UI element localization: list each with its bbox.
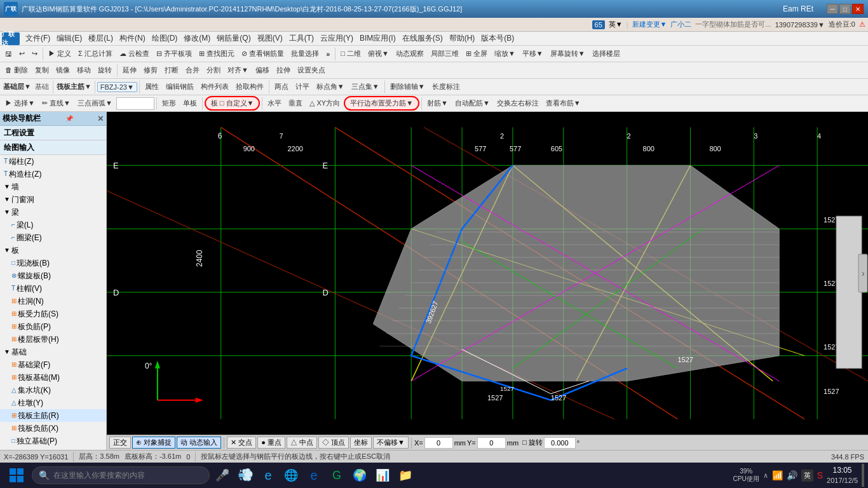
taskbar-item-explorer[interactable]: 💨 (235, 465, 255, 485)
phone-btn[interactable]: 13907298339▼ (775, 21, 825, 29)
tb-component-list-btn[interactable]: 构件列表 (198, 81, 232, 93)
sidebar-item-sump[interactable]: △ 集水坑(K) (0, 384, 106, 396)
tray-show-desktop[interactable] (862, 464, 864, 487)
taskbar-mic-icon[interactable]: 🎤 (212, 465, 233, 485)
snap-vertex-btn[interactable]: ◇ 顶点 (318, 437, 349, 449)
tb-trim-btn[interactable]: 修剪 (140, 64, 161, 76)
tb-three-point-btn[interactable]: 三点集▼ (348, 81, 383, 93)
menu-floor[interactable]: 楼层(L) (85, 32, 116, 45)
sidebar-item-column-pier[interactable]: △ 柱墩(Y) (0, 396, 106, 409)
menu-view[interactable]: 视图(V) (254, 32, 286, 45)
sidebar-item-slab[interactable]: ▼ 板 (0, 244, 106, 257)
tb-two-point-btn[interactable]: 两点 (271, 81, 292, 93)
tb-find-btn[interactable]: ⊞ 查找图元 (196, 48, 238, 60)
tb-ray-btn[interactable]: 射筋▼ (424, 97, 451, 109)
tb-stretch-btn[interactable]: 拉伸 (273, 64, 294, 76)
rotate-input[interactable] (544, 437, 576, 449)
tb-batch-btn[interactable]: 批量选择 (288, 48, 322, 60)
tb-edit-rebar-btn[interactable]: 编辑钢筋 (163, 81, 197, 93)
tb-del-aux-btn[interactable]: 删除辅轴▼ (387, 81, 428, 93)
tb-extend-btn[interactable]: 延伸 (119, 64, 140, 76)
sidebar-item-raft-main-rebar[interactable]: ⊞ 筏板主筋(R) (0, 409, 106, 422)
tb-mark-angle-btn[interactable]: 标点角▼ (313, 81, 348, 93)
tb-calc-level-btn[interactable]: 计平 (292, 81, 313, 93)
snap-coord-btn[interactable]: 坐标 (350, 437, 372, 449)
tb-floor-btn[interactable]: 选择楼层 (589, 48, 623, 60)
snap-endpoint-btn[interactable]: ● 重点 (257, 437, 285, 449)
taskbar-item-ie2[interactable]: e (304, 465, 324, 485)
taskbar-item-map[interactable]: G (327, 465, 347, 485)
tb-grip-btn[interactable]: 设置夹点 (294, 64, 329, 76)
snap-midpoint-btn[interactable]: △ 中点 (287, 437, 317, 449)
menu-online[interactable]: 在线服务(S) (399, 32, 446, 45)
tb-fullscreen-btn[interactable]: ⊞ 全屏 (463, 48, 491, 60)
tray-lang[interactable]: 英 (801, 470, 813, 482)
sidebar-item-project-settings[interactable]: 工程设置 (0, 126, 106, 140)
taskbar-item-chrome[interactable]: 🌐 (281, 465, 301, 485)
snap-ortho-btn[interactable]: 正交 (109, 437, 131, 449)
tb-level-btn[interactable]: ⊟ 齐平板项 (153, 48, 195, 60)
tb-rotate2-btn[interactable]: 旋转 (95, 64, 115, 76)
taskbar-item-app1[interactable]: 📊 (372, 465, 393, 485)
tb-xy-btn[interactable]: △ XY方向 (306, 97, 343, 109)
menu-file[interactable]: 文件(F) (22, 32, 53, 45)
sidebar-item-draw-input[interactable]: 绘图输入 (0, 140, 106, 155)
tb-property-btn[interactable]: 属性 (142, 81, 162, 93)
menu-tools[interactable]: 工具(T) (286, 32, 317, 45)
gxe-btn[interactable]: 广小二 (670, 20, 691, 29)
sidebar-item-standalone-found[interactable]: □ 独立基础(P) (0, 435, 106, 447)
start-button[interactable] (4, 464, 29, 487)
tb-redo-btn[interactable]: ↪ (29, 48, 41, 59)
sidebar-item-floor-band[interactable]: ⊞ 楼层板带(H) (0, 333, 106, 346)
sidebar-item-slab-force-rebar[interactable]: ⊞ 板受力筋(S) (0, 308, 106, 320)
tb-select-btn[interactable]: ▶ 选择▼ (2, 97, 38, 109)
sidebar-item-column-hole[interactable]: ⊞ 柱洞(N) (0, 295, 106, 308)
tb-local3d-btn[interactable]: 局部三维 (428, 48, 462, 60)
tb-delete-btn[interactable]: 🗑 删除 (2, 64, 31, 76)
taskbar-item-app2[interactable]: 📁 (395, 465, 416, 485)
tb-parallel-rebar-btn[interactable]: 平行边布置受力筋▼ (344, 96, 419, 111)
tb-move-btn[interactable]: 移动 (74, 64, 94, 76)
sidebar-item-ring-beam[interactable]: ⌐ 圈梁(E) (0, 231, 106, 244)
sidebar-close-icon[interactable]: ✕ (97, 114, 104, 123)
sidebar-item-beam[interactable]: ▼ 梁 (0, 206, 106, 219)
menu-version[interactable]: 版本号(B) (478, 32, 517, 45)
menu-rebar[interactable]: 钢筋量(Q) (214, 32, 254, 45)
tb-topview-btn[interactable]: 俯视▼ (365, 48, 392, 60)
tb-length-mark-btn[interactable]: 长度标注 (429, 81, 463, 93)
tb-split-btn[interactable]: 分割 (203, 64, 224, 76)
sidebar-item-raft-neg-rebar[interactable]: ⊞ 筏板负筋(X) (0, 422, 106, 435)
maximize-btn[interactable]: □ (839, 4, 851, 14)
sidebar-item-foundation[interactable]: ▼ 基础 (0, 346, 106, 358)
sidebar-item-cast-slab[interactable]: □ 现浇板(B) (0, 257, 106, 269)
fb-label[interactable]: FBZJ-23▼ (97, 82, 137, 92)
menu-component[interactable]: 构件(N) (116, 32, 149, 45)
sidebar-item-column-cap[interactable]: T 柱帽(V) (0, 282, 106, 295)
taskbar-item-ie[interactable]: e (258, 465, 278, 485)
tb-2d-btn[interactable]: □ 二维 (337, 48, 364, 60)
tb-rotate-btn[interactable]: 屏幕旋转▼ (547, 48, 588, 60)
sidebar-item-beam-l[interactable]: ⌐ 梁(L) (0, 219, 106, 231)
tb-undo-btn[interactable]: ↩ (16, 48, 28, 59)
tb-view-layout-btn[interactable]: 查看布筋▼ (543, 97, 584, 109)
tb-align-btn[interactable]: 对齐▼ (224, 64, 252, 76)
tb-line-btn[interactable]: ✏ 直线▼ (39, 97, 74, 109)
tb-orbit-btn[interactable]: 动态观察 (393, 48, 427, 60)
tb-cloud-check-btn[interactable]: ☁ 云检查 (116, 48, 153, 60)
tb-break-btn[interactable]: 打断 (161, 64, 182, 76)
taskbar-item-browser2[interactable]: 🌍 (349, 465, 370, 485)
menu-modify[interactable]: 修改(M) (180, 32, 214, 45)
tb-slab-custom-btn[interactable]: 板 □ 自定义▼ (205, 96, 261, 111)
tb-calc-btn[interactable]: Σ 汇总计算 (75, 48, 116, 60)
sidebar-item-struct-column[interactable]: T 构造柱(Z) (0, 168, 106, 180)
snap-nooffset-btn[interactable]: 不偏移▼ (373, 437, 409, 449)
menu-help[interactable]: 帮助(H) (446, 32, 478, 45)
tb-swap-mark-btn[interactable]: 交换左右标注 (494, 97, 542, 109)
menu-cloud[interactable]: 云应用(Y) (317, 32, 356, 45)
sidebar-item-end-column[interactable]: T 端柱(Z) (0, 155, 106, 168)
top-bar-item1[interactable]: 英▼ (609, 20, 623, 29)
tb-vertical-btn[interactable]: 垂直 (285, 97, 306, 109)
snap-intersect-btn[interactable]: ✕ 交点 (227, 437, 256, 449)
sidebar-pin-icon[interactable]: 📌 (65, 115, 73, 122)
tb-rect-btn[interactable]: 矩形 (159, 97, 179, 109)
